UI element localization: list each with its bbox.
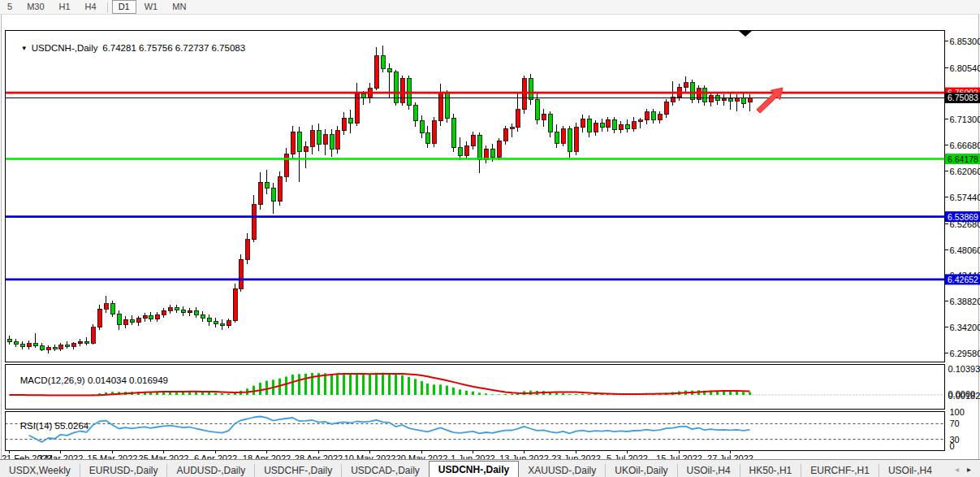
svg-text:6.62060: 6.62060: [950, 167, 980, 176]
macd-current-values: 0.014034 0.016949: [88, 375, 168, 385]
svg-text:6.34200: 6.34200: [950, 323, 980, 332]
timeframe-toolbar: 5M30H1H4D1W1MN: [0, 0, 980, 15]
symbol-tabbar: USDX,WeeklyEURUSD-,DailyAUDUSD-,DailyUSD…: [0, 459, 980, 477]
chart-window[interactable]: 6.853006.805406.713006.666806.620606.574…: [0, 14, 980, 459]
svg-text:6.29580: 6.29580: [950, 349, 980, 358]
symbol-tab-usdcad-daily[interactable]: USDCAD-,Daily: [341, 464, 429, 477]
svg-text:6.38820: 6.38820: [950, 297, 980, 306]
timeframe-button-d1[interactable]: D1: [112, 0, 136, 14]
symbol-tab-hk50-h1[interactable]: HK50-,H1: [740, 464, 801, 477]
svg-text:6.53869: 6.53869: [948, 212, 978, 222]
timeframe-button-5[interactable]: 5: [1, 0, 19, 14]
macd-indicator-label: MACD(12,26,9) 0.014034 0.016949: [10, 366, 168, 395]
svg-text:6.71300: 6.71300: [950, 115, 980, 124]
svg-text:6.64178: 6.64178: [948, 154, 978, 164]
symbol-tab-usdx-weekly[interactable]: USDX,Weekly: [0, 464, 80, 477]
symbol-tab-eurchf-h1[interactable]: EURCHF-,H1: [801, 464, 879, 477]
symbol-tab-eurusd-daily[interactable]: EURUSD-,Daily: [80, 464, 167, 477]
macd-name: MACD(12,26,9): [20, 375, 85, 385]
tab-scroll-left-icon[interactable]: ◂: [951, 465, 963, 474]
timeframe-button-h1[interactable]: H1: [53, 0, 77, 14]
timeframe-button-m30[interactable]: M30: [20, 0, 50, 14]
timeframe-button-h4[interactable]: H4: [79, 0, 103, 14]
symbol-tab-usoil-h4[interactable]: USOil-,H4: [677, 464, 740, 477]
main-panel[interactable]: [6, 31, 945, 362]
svg-text:0.001829: 0.001829: [948, 391, 980, 401]
svg-text:6.75083: 6.75083: [948, 93, 978, 102]
svg-text:6.66680: 6.66680: [950, 141, 980, 150]
svg-text:0.103934: 0.103934: [948, 364, 980, 374]
mt4-terminal: { "toolbar": { "timeframes": ["5", "M30"…: [0, 0, 980, 477]
rsi-indicator-label: RSI(14) 55.0264: [10, 411, 89, 440]
symbol-tab-usdchf-daily[interactable]: USDCHF-,Daily: [254, 464, 341, 477]
timeframe-button-w1[interactable]: W1: [138, 0, 165, 14]
svg-text:6.57440: 6.57440: [950, 193, 980, 202]
symbol-tab-usdcnh-daily[interactable]: USDCNH-,Daily: [429, 461, 519, 477]
toolbar-separator: [107, 2, 108, 12]
svg-text:6.80540: 6.80540: [950, 63, 980, 73]
chart-canvas[interactable]: 6.853006.805406.713006.666806.620606.574…: [0, 14, 980, 473]
symbol-dropdown-icon[interactable]: ▼: [21, 45, 28, 52]
chart-title: ▼USDCNH-,Daily 6.74281 6.75756 6.72737 6…: [11, 33, 245, 63]
svg-text:6.48060: 6.48060: [950, 245, 980, 255]
symbol-tab-ukoil-daily[interactable]: UKOil-,Daily: [605, 464, 676, 477]
chart-symbol: USDCNH-,Daily: [32, 43, 98, 53]
rsi-current-value: 55.0264: [55, 421, 89, 431]
svg-text:6.85300: 6.85300: [950, 37, 980, 46]
symbol-tab-audusd-daily[interactable]: AUDUSD-,Daily: [166, 464, 254, 477]
rsi-panel[interactable]: [6, 412, 945, 451]
svg-text:100: 100: [950, 407, 965, 417]
tab-scroll-right-icon[interactable]: ▸: [963, 465, 975, 474]
tab-scroll-buttons: ◂▸: [951, 460, 980, 477]
timeframe-button-mn[interactable]: MN: [166, 0, 192, 14]
svg-text:6.42652: 6.42652: [948, 275, 978, 284]
rsi-name: RSI(14): [20, 421, 53, 431]
chart-ohlc-values: 6.74281 6.75756 6.72737 6.75083: [102, 43, 245, 53]
symbol-tab-xauusd-daily[interactable]: XAUUSD-,Daily: [519, 464, 605, 477]
svg-text:70: 70: [950, 418, 960, 428]
symbol-tab-usoil-h4[interactable]: USOil-,H4: [879, 464, 941, 477]
svg-text:0: 0: [950, 441, 955, 451]
